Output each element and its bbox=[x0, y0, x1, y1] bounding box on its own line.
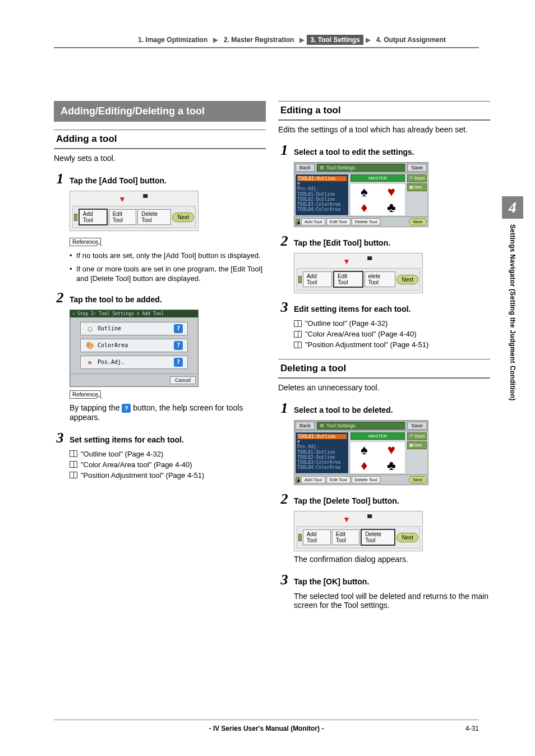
preview-image: ♠ ♥ ♦ ♣ bbox=[350, 442, 405, 473]
subsection-adding: Adding a tool bbox=[54, 130, 266, 149]
breadcrumb: 1. Image Optimization ▶ 2. Master Regist… bbox=[135, 35, 479, 45]
ref-link: "Outline tool" (Page 4-32) bbox=[81, 450, 163, 458]
ref-link: "Outline tool" (Page 4-32) bbox=[305, 319, 388, 328]
down-arrow-icon: ▼ bbox=[343, 257, 350, 266]
breadcrumb-step-2: 2. Master Registration bbox=[220, 35, 297, 45]
save-button[interactable]: Save bbox=[407, 164, 427, 172]
chapter-title: Settings Navigator (Setting the Judgment… bbox=[509, 224, 516, 401]
next-button[interactable]: Next bbox=[172, 213, 194, 222]
book-icon bbox=[294, 320, 302, 327]
spade-icon: ♠ bbox=[361, 184, 368, 200]
step-text: Tap the tool to be added. bbox=[70, 295, 266, 304]
step-number: 3 bbox=[278, 299, 290, 316]
crosshair-icon: ✥ bbox=[85, 358, 94, 367]
breadcrumb-step-1: 1. Image Optimization bbox=[135, 35, 211, 45]
master-badge: MASTER bbox=[350, 432, 405, 440]
tool-dropdown[interactable]: TOOL01:Outline▼ Pos.Adj. TOOL01:Outline … bbox=[296, 432, 348, 473]
step-text: Select a tool to edit the settings. bbox=[294, 147, 490, 156]
help-icon[interactable]: ? bbox=[174, 358, 183, 367]
step-text: Tap the [Delete Tool] button. bbox=[294, 496, 490, 505]
step-text: Tap the [OK] button. bbox=[294, 577, 490, 586]
step-number: 3 bbox=[54, 430, 66, 446]
outcome-note: The selected tool will be deleted and re… bbox=[294, 592, 490, 610]
delete-tool-button[interactable]: Delete Tool bbox=[352, 218, 381, 225]
delete-tool-button[interactable]: Delete Tool bbox=[361, 529, 395, 546]
ref-link: "Position Adjustment tool" (Page 4-51) bbox=[81, 471, 204, 480]
tool-option-posadj[interactable]: ✥ Pos.Adj. ? bbox=[80, 356, 188, 369]
delete-tool-button[interactable]: Delete Tool bbox=[137, 209, 171, 225]
right-column: Editing a tool Edits the settings of a t… bbox=[278, 101, 490, 617]
edit-tool-button[interactable]: Edit Tool bbox=[332, 529, 359, 545]
screenshot-delete-row: ▼ ▝▘ Add Tool Edit Tool Delete Tool Next bbox=[294, 511, 423, 551]
confirmation-note: The confirmation dialog appears. bbox=[294, 555, 490, 564]
diamond-icon: ♦ bbox=[361, 458, 367, 473]
divider bbox=[54, 47, 479, 48]
grip-icon: ▝▘ bbox=[365, 257, 374, 266]
chapter-tab: 4 Settings Navigator (Setting the Judgme… bbox=[496, 196, 529, 401]
cancel-button[interactable]: Cancel bbox=[170, 376, 196, 384]
spade-icon: ♠ bbox=[361, 442, 368, 458]
grip-icon: ▝▘ bbox=[365, 515, 374, 524]
help-icon[interactable]: ? bbox=[174, 341, 183, 350]
zoom-button[interactable]: 🔍Zoom bbox=[407, 174, 427, 182]
delete-tool-button[interactable]: Delete Tool bbox=[352, 476, 381, 483]
add-tool-button[interactable]: Add Tool bbox=[303, 529, 331, 545]
add-tool-button[interactable]: Add Tool bbox=[303, 271, 332, 287]
tool-option-outline[interactable]: ◯ Outline ? bbox=[80, 322, 188, 335]
tool-dropdown[interactable]: TOOL01:Outline▼ Pos.Adj. TOOL01:Outline … bbox=[296, 174, 348, 215]
add-tool-button[interactable]: Add Tool bbox=[301, 476, 325, 483]
screenshot-title: Step 3: Tool Settings > Add Tool bbox=[77, 311, 164, 316]
step-text: Tap the [Edit Tool] button. bbox=[294, 238, 490, 247]
edit-tool-button[interactable]: Edit Tool bbox=[109, 209, 136, 225]
step-number: 1 bbox=[278, 142, 290, 159]
edit-tool-button[interactable]: Edit Tool bbox=[333, 271, 363, 288]
edit-tool-button[interactable]: Edit Tool bbox=[326, 218, 350, 225]
step-text: Select a tool to be deleted. bbox=[294, 405, 490, 414]
step-number: 2 bbox=[54, 289, 66, 306]
tool-option-colorarea[interactable]: 🎨 ColorArea ? bbox=[80, 339, 188, 352]
ref-link: "Color Area/Area tool" (Page 4-40) bbox=[81, 460, 192, 469]
back-button[interactable]: Back bbox=[296, 164, 315, 172]
next-button[interactable]: Next bbox=[396, 275, 418, 284]
club-icon: ♣ bbox=[387, 458, 396, 473]
book-icon bbox=[294, 331, 302, 338]
next-button[interactable]: Next bbox=[409, 218, 427, 225]
subsection-deleting: Deleting a tool bbox=[278, 359, 490, 379]
adding-intro: Newly sets a tool. bbox=[54, 154, 266, 163]
help-note-a: By tapping the bbox=[70, 403, 122, 412]
edit-tool-button[interactable]: Edit Tool bbox=[326, 476, 350, 483]
heart-icon: ♥ bbox=[388, 184, 395, 200]
chevron-right-icon: ▶ bbox=[366, 36, 371, 44]
add-tool-button[interactable]: Add Tool bbox=[301, 218, 325, 225]
view-button[interactable]: ▦View bbox=[407, 183, 427, 191]
step-text: Tap the [Add Tool] button. bbox=[70, 176, 266, 185]
reference-tag: Reference bbox=[70, 238, 101, 246]
screenshot-add-tool: ⚙Step 3: Tool Settings > Add Tool ◯ Outl… bbox=[70, 310, 199, 387]
next-button[interactable]: Next bbox=[409, 476, 427, 483]
left-column: Adding/Editing/Deleting a tool Adding a … bbox=[54, 101, 266, 617]
editing-intro: Edits the settings of a tool which has a… bbox=[278, 125, 490, 134]
breadcrumb-step-3: 3. Tool Settings bbox=[307, 35, 363, 45]
step-number: 2 bbox=[278, 233, 290, 250]
screenshot-add-row: ▼ ▝▘ Add Tool Edit Tool Delete Tool Next bbox=[70, 191, 199, 231]
zoom-button[interactable]: 🔍Zoom bbox=[407, 432, 427, 440]
add-tool-button[interactable]: Add Tool bbox=[79, 209, 108, 225]
delete-tool-button[interactable]: elete Tool bbox=[365, 271, 396, 287]
next-button[interactable]: Next bbox=[396, 533, 418, 542]
chapter-number: 4 bbox=[502, 196, 523, 219]
step-number: 1 bbox=[54, 170, 66, 187]
book-icon bbox=[70, 472, 77, 478]
chevron-right-icon: ▶ bbox=[299, 36, 305, 44]
screenshot-tool-settings: Back ⚙Tool Settings Save TOOL01:Outline▼… bbox=[294, 420, 428, 485]
book-icon bbox=[294, 342, 302, 348]
note-item: If one or more tools are set in one prog… bbox=[70, 264, 266, 284]
ref-link: "Color Area/Area tool" (Page 4-40) bbox=[305, 330, 417, 338]
book-icon bbox=[70, 461, 77, 468]
save-button[interactable]: Save bbox=[407, 422, 427, 430]
club-icon: ♣ bbox=[387, 200, 396, 215]
down-arrow-icon: ▼ bbox=[343, 515, 350, 524]
back-button[interactable]: Back bbox=[296, 422, 315, 430]
view-button[interactable]: ▦View bbox=[407, 441, 427, 449]
gear-icon: ⚙ bbox=[72, 311, 75, 316]
help-icon[interactable]: ? bbox=[174, 324, 183, 333]
